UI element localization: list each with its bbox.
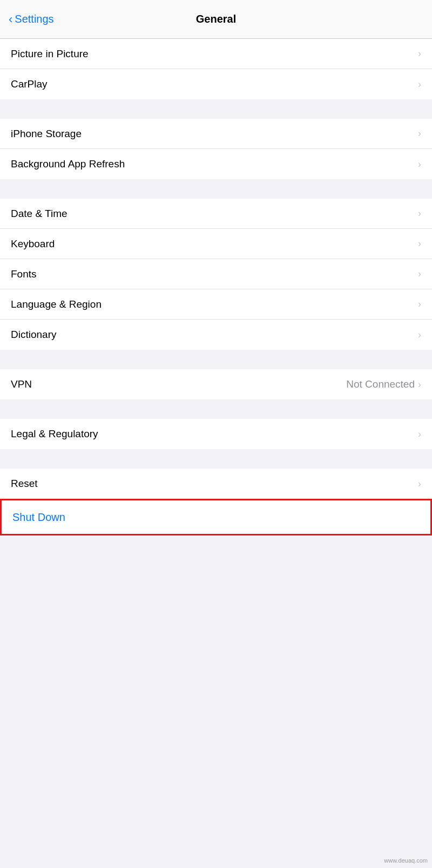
- page-title: General: [196, 13, 236, 25]
- legal-regulatory-chevron-icon: ›: [418, 429, 421, 440]
- spacer-4: [0, 399, 432, 419]
- keyboard-item[interactable]: Keyboard ›: [0, 229, 432, 259]
- language-region-chevron-icon: ›: [418, 299, 421, 310]
- spacer-3: [0, 350, 432, 369]
- vpn-value: Not Connected: [346, 378, 415, 390]
- spacer-2: [0, 179, 432, 199]
- date-time-chevron-icon: ›: [418, 208, 421, 219]
- legal-regulatory-right: ›: [418, 429, 421, 440]
- back-button[interactable]: ‹ Settings: [9, 13, 54, 25]
- language-region-label: Language & Region: [11, 299, 102, 310]
- date-time-label: Date & Time: [11, 208, 68, 220]
- fonts-item[interactable]: Fonts ›: [0, 259, 432, 289]
- section-group-3: Date & Time › Keyboard › Fonts › Languag…: [0, 199, 432, 350]
- dictionary-right: ›: [418, 329, 421, 341]
- background-app-refresh-right: ›: [418, 159, 421, 170]
- carplay-item[interactable]: CarPlay ›: [0, 69, 432, 99]
- spacer-1: [0, 99, 432, 119]
- watermark: www.deuaq.com: [384, 857, 428, 864]
- keyboard-chevron-icon: ›: [418, 238, 421, 249]
- picture-in-picture-label: Picture in Picture: [11, 48, 89, 60]
- section-group-6: Reset ›: [0, 469, 432, 499]
- fonts-right: ›: [418, 268, 421, 280]
- back-label: Settings: [15, 13, 53, 25]
- carplay-label: CarPlay: [11, 78, 48, 90]
- legal-regulatory-label: Legal & Regulatory: [11, 428, 98, 440]
- carplay-right: ›: [418, 79, 421, 90]
- keyboard-right: ›: [418, 238, 421, 249]
- iphone-storage-chevron-icon: ›: [418, 128, 421, 139]
- picture-in-picture-item[interactable]: Picture in Picture ›: [0, 39, 432, 69]
- section-group-2: iPhone Storage › Background App Refresh …: [0, 119, 432, 179]
- language-region-item[interactable]: Language & Region ›: [0, 289, 432, 320]
- navigation-bar: ‹ Settings General: [0, 0, 432, 39]
- carplay-chevron-icon: ›: [418, 79, 421, 90]
- shut-down-item[interactable]: Shut Down: [0, 499, 432, 535]
- iphone-storage-right: ›: [418, 128, 421, 139]
- date-time-item[interactable]: Date & Time ›: [0, 199, 432, 229]
- fonts-chevron-icon: ›: [418, 268, 421, 280]
- background-app-refresh-chevron-icon: ›: [418, 159, 421, 170]
- spacer-5: [0, 449, 432, 469]
- background-app-refresh-item[interactable]: Background App Refresh ›: [0, 149, 432, 179]
- dictionary-label: Dictionary: [11, 329, 56, 341]
- shut-down-label: Shut Down: [12, 511, 65, 524]
- picture-in-picture-right: ›: [418, 48, 421, 59]
- section-group-1: Picture in Picture › CarPlay ›: [0, 39, 432, 99]
- reset-chevron-icon: ›: [418, 478, 421, 490]
- dictionary-item[interactable]: Dictionary ›: [0, 320, 432, 350]
- picture-in-picture-chevron-icon: ›: [418, 48, 421, 59]
- legal-regulatory-item[interactable]: Legal & Regulatory ›: [0, 419, 432, 449]
- background-app-refresh-label: Background App Refresh: [11, 158, 125, 170]
- vpn-item[interactable]: VPN Not Connected ›: [0, 369, 432, 399]
- iphone-storage-label: iPhone Storage: [11, 128, 82, 140]
- reset-right: ›: [418, 478, 421, 490]
- dictionary-chevron-icon: ›: [418, 329, 421, 341]
- reset-item[interactable]: Reset ›: [0, 469, 432, 499]
- section-group-5: Legal & Regulatory ›: [0, 419, 432, 449]
- vpn-right: Not Connected ›: [346, 378, 421, 390]
- vpn-label: VPN: [11, 378, 32, 390]
- date-time-right: ›: [418, 208, 421, 219]
- keyboard-label: Keyboard: [11, 238, 55, 250]
- reset-label: Reset: [11, 478, 38, 490]
- spacer-bottom: [0, 535, 432, 557]
- language-region-right: ›: [418, 299, 421, 310]
- vpn-chevron-icon: ›: [418, 379, 421, 390]
- section-group-4: VPN Not Connected ›: [0, 369, 432, 399]
- back-chevron-icon: ‹: [9, 13, 12, 25]
- fonts-label: Fonts: [11, 268, 37, 280]
- iphone-storage-item[interactable]: iPhone Storage ›: [0, 119, 432, 149]
